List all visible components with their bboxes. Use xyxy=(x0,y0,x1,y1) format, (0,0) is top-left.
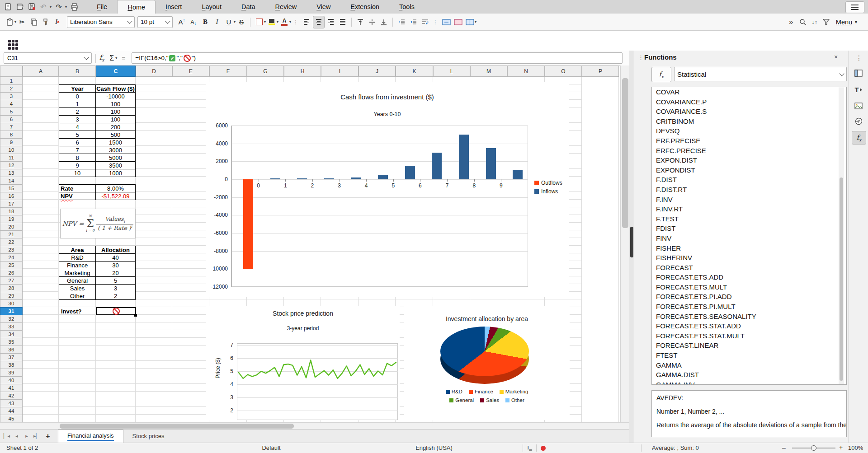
column-header-B[interactable]: B xyxy=(59,65,96,77)
grid-cells-icon[interactable] xyxy=(8,40,18,50)
horizontal-scrollbar-thumb[interactable] xyxy=(60,424,294,429)
row-header-16[interactable]: 16 xyxy=(0,192,23,200)
clear-formatting-icon[interactable]: I× xyxy=(52,16,63,28)
panel-function-wizard-button[interactable]: fx xyxy=(651,67,671,82)
name-box[interactable]: C31 xyxy=(4,52,92,64)
function-category-dropdown[interactable]: Statistical xyxy=(674,67,847,81)
sidebar-gallery-icon[interactable] xyxy=(852,99,865,112)
row-header-19[interactable]: 19 xyxy=(0,215,23,223)
next-sheet-icon[interactable]: ▸ xyxy=(22,430,32,443)
row-header-9[interactable]: 9 xyxy=(0,138,23,146)
column-header-H[interactable]: H xyxy=(284,65,321,77)
rate-value[interactable]: 8.00% xyxy=(95,184,136,192)
font-size-combobox[interactable]: 10 pt xyxy=(137,16,173,28)
grow-font-icon[interactable]: A↑ xyxy=(176,16,187,28)
search-icon[interactable] xyxy=(797,16,808,28)
cashflow-value[interactable]: 100 xyxy=(95,115,136,123)
new-document-icon[interactable] xyxy=(4,2,13,12)
select-all-corner[interactable] xyxy=(0,65,23,77)
toolbar-overflow-button[interactable]: » xyxy=(786,16,797,28)
menu-tab-tools[interactable]: Tools xyxy=(389,0,425,14)
font-color-dropdown-icon[interactable]: ▾ xyxy=(289,20,291,24)
row-header-45[interactable]: 45 xyxy=(0,415,23,423)
undo-icon[interactable]: ↶ xyxy=(39,2,48,12)
row-header-13[interactable]: 13 xyxy=(0,169,23,177)
sheet-tab-financial-analysis[interactable]: Financial analysis xyxy=(58,430,123,443)
row-header-6[interactable]: 6 xyxy=(0,115,23,123)
open-file-icon[interactable] xyxy=(15,2,24,12)
function-list-item[interactable]: F.TEST xyxy=(652,214,846,224)
function-list-item[interactable]: FORECAST xyxy=(652,263,846,273)
function-list-item[interactable]: GAMMA xyxy=(652,360,846,370)
allocation-area[interactable]: Sales xyxy=(59,284,96,292)
align-right-icon[interactable] xyxy=(326,16,336,28)
cut-icon[interactable]: ✂ xyxy=(17,16,28,28)
row-header-23[interactable]: 23 xyxy=(0,246,23,254)
column-header-E[interactable]: E xyxy=(172,65,209,77)
function-list-item[interactable]: DEVSQ xyxy=(652,126,846,136)
column-header-N[interactable]: N xyxy=(507,65,545,77)
row-header-12[interactable]: 12 xyxy=(0,161,23,169)
allocation-area[interactable]: Other xyxy=(59,292,96,300)
row-header-42[interactable]: 42 xyxy=(0,392,23,400)
allocation-area[interactable]: Marketing xyxy=(59,269,96,277)
allocation-value[interactable]: 20 xyxy=(95,269,136,277)
function-list-item[interactable]: FORECAST.ETS.PI.MULT xyxy=(652,302,846,312)
function-list-item[interactable]: F.DIST.RT xyxy=(652,185,846,195)
column-header-G[interactable]: G xyxy=(247,65,284,77)
autofilter-icon[interactable] xyxy=(821,16,832,28)
cashflow-year[interactable]: 5 xyxy=(59,131,96,139)
italic-button[interactable]: I xyxy=(212,16,222,28)
row-header-26[interactable]: 26 xyxy=(0,269,23,277)
underline-button[interactable]: U xyxy=(223,16,234,28)
cashflow-year[interactable]: 3 xyxy=(59,115,96,123)
sidebar-splitter-handle[interactable] xyxy=(630,227,633,257)
function-list-item[interactable]: FORECAST.ETS.ADD xyxy=(652,272,846,282)
function-list-item[interactable]: FISHERINV xyxy=(652,253,846,263)
cashflow-value[interactable]: 5000 xyxy=(95,154,136,162)
print-icon[interactable] xyxy=(70,2,79,12)
row-header-40[interactable]: 40 xyxy=(0,376,23,384)
menu-tab-insert[interactable]: Insert xyxy=(156,0,192,14)
borders-dropdown-icon[interactable]: ▾ xyxy=(264,20,266,24)
align-center-icon[interactable] xyxy=(313,16,325,28)
row-header-41[interactable]: 41 xyxy=(0,384,23,392)
menu-dropdown-icon[interactable]: ▼ xyxy=(854,20,858,24)
save-icon[interactable] xyxy=(27,2,36,12)
function-list[interactable]: COVARCOVARIANCE.PCOVARIANCE.SCRITBINOMDE… xyxy=(651,87,847,385)
function-list-item[interactable]: ERF.PRECISE xyxy=(652,136,846,146)
function-list-item[interactable]: GAMMA.INV xyxy=(652,380,846,385)
row-header-33[interactable]: 33 xyxy=(0,322,23,331)
bar-chart[interactable]: Cash flows from investment ($)Years 0-10… xyxy=(206,82,569,297)
font-name-combobox[interactable]: Liberation Sans xyxy=(67,16,135,28)
cashflow-value[interactable]: 100 xyxy=(95,107,136,116)
allocation-area[interactable]: General xyxy=(59,276,96,285)
function-list-item[interactable]: F.INV.RT xyxy=(652,204,846,214)
rate-label[interactable]: Rate xyxy=(59,184,96,192)
row-header-11[interactable]: 11 xyxy=(0,154,23,162)
row-header-29[interactable]: 29 xyxy=(0,292,23,300)
sidebar-splitter[interactable] xyxy=(629,51,634,443)
function-list-item[interactable]: CRITBINOM xyxy=(652,117,846,126)
allocation-value[interactable]: 40 xyxy=(95,253,136,262)
cashflow-year[interactable]: 1 xyxy=(59,100,96,108)
cashflow-value[interactable]: -10000 xyxy=(95,92,136,100)
row-header-24[interactable]: 24 xyxy=(0,253,23,262)
hamburger-menu-button[interactable] xyxy=(845,1,864,13)
function-wizard-icon[interactable]: fx xyxy=(99,54,104,62)
menu-button[interactable]: Menu xyxy=(836,19,852,26)
menu-tab-view[interactable]: View xyxy=(307,0,340,14)
column-header-J[interactable]: J xyxy=(359,65,396,77)
page-style[interactable]: Default xyxy=(244,444,298,451)
row-header-39[interactable]: 39 xyxy=(0,369,23,377)
row-header-5[interactable]: 5 xyxy=(0,107,23,116)
allocation-value[interactable]: 30 xyxy=(95,261,136,269)
allocation-header-value[interactable]: Allocation xyxy=(95,246,136,254)
row-header-20[interactable]: 20 xyxy=(0,223,23,231)
allocation-area[interactable]: Finance xyxy=(59,261,96,269)
allocation-value[interactable]: 2 xyxy=(95,292,136,300)
underline-dropdown-icon[interactable]: ▾ xyxy=(234,20,236,24)
redo-icon[interactable]: ↷ xyxy=(54,2,63,12)
zoom-level[interactable]: 100% xyxy=(848,444,863,451)
npv-label[interactable]: NPV xyxy=(59,192,96,200)
